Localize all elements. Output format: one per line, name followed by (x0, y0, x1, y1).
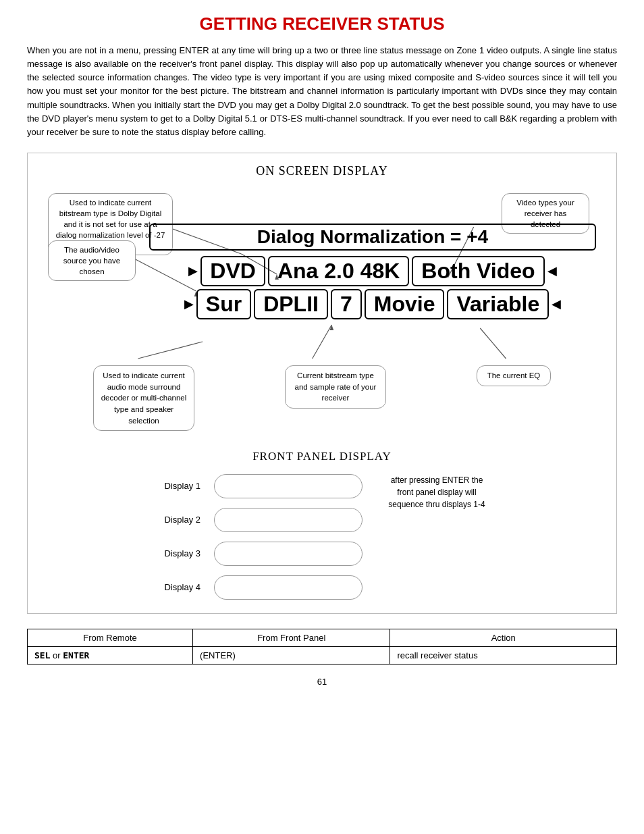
svg-line-6 (138, 342, 203, 359)
fp-label-4: Display 4 (153, 582, 200, 592)
display-row-1: ▶ DVD Ana 2.0 48K Both Video ◀ (149, 256, 596, 286)
osd-section-title: ON SCREEN DISPLAY (41, 164, 603, 178)
table-header-action: Action (390, 629, 617, 646)
display-movie: Movie (365, 289, 445, 319)
display-ana: Ana 2.0 48K (268, 256, 409, 286)
table-body: SEL or ENTER(ENTER)recall receiver statu… (28, 646, 617, 664)
intro-text: When you are not in a menu, pressing ENT… (27, 44, 617, 139)
table-cell-0-1: (ENTER) (193, 646, 390, 664)
display-7: 7 (331, 289, 362, 319)
page-number: 61 (27, 677, 617, 687)
display-row-2: ▶ Sur DPLII 7 Movie Variable ◀ (149, 289, 596, 319)
lower-callouts: Used to indicate current audio mode surr… (41, 365, 603, 431)
display-main: Dialog Normalization = +4 ▶ DVD Ana 2.0 … (149, 224, 596, 322)
fp-label-1: Display 1 (153, 481, 200, 491)
callout-audio-mode: Used to indicate current audio mode surr… (93, 365, 194, 431)
svg-line-9 (480, 328, 506, 359)
fp-label-3: Display 3 (153, 548, 200, 558)
table-header-row: From Remote From Front Panel Action (28, 629, 617, 646)
display-sur: Sur (196, 289, 251, 319)
fp-row-1: Display 1 (153, 474, 363, 498)
display-both-video: Both Video (412, 256, 544, 286)
svg-marker-8 (329, 325, 333, 330)
fp-box-1 (214, 474, 363, 498)
fp-row-4: Display 4 (153, 575, 363, 600)
table-cell-0-2: recall receiver status (390, 646, 617, 664)
fp-box-4 (214, 575, 363, 600)
table-cell-0-0: SEL or ENTER (28, 646, 193, 664)
table-header-from-remote: From Remote (28, 629, 193, 646)
front-panel-section: FRONT PANEL DISPLAY Display 1Display 2Di… (41, 450, 603, 600)
callout-bitstream-sample: Current bitstream type and sample rate o… (285, 365, 386, 409)
display-dplii: DPLII (254, 289, 328, 319)
fp-label-2: Display 2 (153, 515, 200, 525)
fp-row-3: Display 3 (153, 542, 363, 566)
fp-note: after pressing ENTER the front panel dis… (383, 474, 491, 511)
dialog-norm-display: Dialog Normalization = +4 (149, 224, 596, 251)
page-title: GETTING RECEIVER STATUS (27, 14, 617, 34)
svg-line-7 (313, 325, 332, 359)
callout-eq: The current EQ (477, 365, 551, 386)
display-dvd: DVD (200, 256, 265, 286)
display-variable: Variable (447, 289, 549, 319)
fp-displays: Display 1Display 2Display 3Display 4 (153, 474, 363, 600)
front-panel-title: FRONT PANEL DISPLAY (41, 450, 603, 463)
callout-audio-video-source: The audio/video source you have chosen (48, 240, 136, 281)
fp-box-3 (214, 542, 363, 566)
status-table: From Remote From Front Panel Action SEL … (27, 629, 617, 664)
fp-row-2: Display 2 (153, 508, 363, 532)
diagram-box: ON SCREEN DISPLAY Used to indicate curre… (27, 153, 617, 614)
osd-section: Used to indicate current bitstream type … (41, 186, 603, 436)
fp-box-2 (214, 508, 363, 532)
table-header-from-front-panel: From Front Panel (193, 629, 390, 646)
table-row: SEL or ENTER(ENTER)recall receiver statu… (28, 646, 617, 664)
